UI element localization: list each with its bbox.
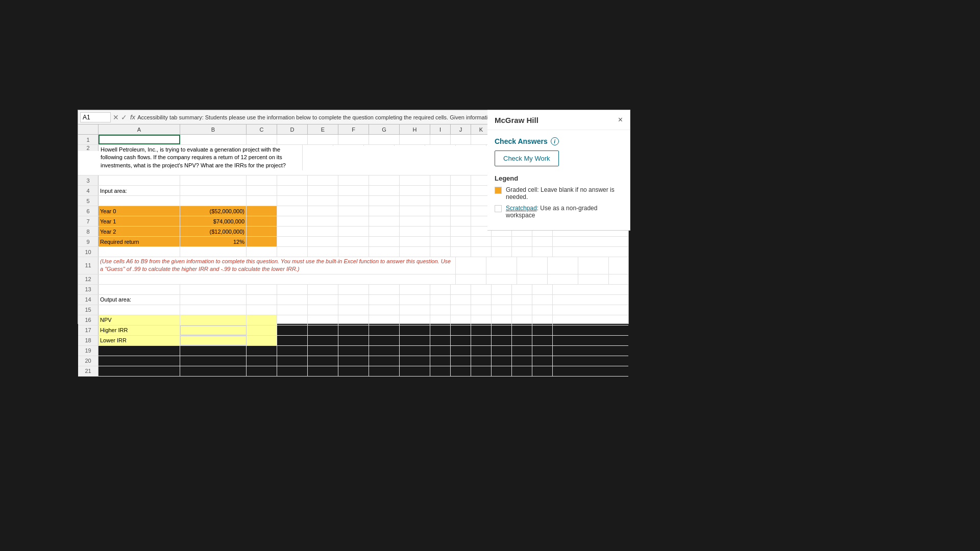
cell-i6[interactable] (430, 206, 451, 216)
cell-h20[interactable] (400, 356, 430, 366)
cell-d10[interactable] (277, 247, 308, 257)
cell-d1[interactable] (277, 135, 308, 144)
col-header-j[interactable]: J (451, 124, 471, 134)
cell-l10[interactable] (492, 247, 512, 257)
cell-h5[interactable] (400, 196, 430, 206)
cell-f12[interactable] (517, 274, 548, 284)
cell-f21[interactable] (338, 366, 369, 376)
cell-a17[interactable]: Higher IRR (99, 325, 180, 335)
cell-f17[interactable] (338, 325, 369, 335)
cell-i12[interactable] (609, 274, 628, 284)
cell-a11[interactable]: (Use cells A6 to B9 from the given infor… (99, 257, 456, 274)
cell-b3[interactable] (180, 176, 247, 185)
cell-c13[interactable] (247, 285, 277, 294)
cell-a21[interactable] (99, 366, 180, 376)
cell-e21[interactable] (308, 366, 338, 376)
cell-e8[interactable] (308, 227, 338, 236)
cell-d2[interactable] (333, 145, 364, 146)
cell-a15[interactable] (99, 305, 180, 315)
cell-c20[interactable] (247, 356, 277, 366)
cell-i19[interactable] (430, 346, 451, 356)
cell-m18[interactable] (512, 336, 532, 345)
cell-c17[interactable] (247, 325, 277, 335)
cell-b6[interactable]: ($52,000,000) (180, 206, 247, 216)
cell-f6[interactable] (338, 206, 369, 216)
cell-a10[interactable] (99, 247, 180, 257)
cell-b15[interactable] (180, 305, 247, 315)
cell-e6[interactable] (308, 206, 338, 216)
cell-c15[interactable] (247, 305, 277, 315)
cell-n14[interactable] (532, 295, 553, 305)
cell-d17[interactable] (277, 325, 308, 335)
cell-h16[interactable] (400, 315, 430, 325)
cell-g5[interactable] (369, 196, 400, 206)
panel-close-button[interactable]: × (618, 115, 623, 124)
cell-c6[interactable] (247, 206, 277, 216)
cell-d19[interactable] (277, 346, 308, 356)
cell-l19[interactable] (492, 346, 512, 356)
cell-f4[interactable] (338, 186, 369, 195)
cell-m16[interactable] (512, 315, 532, 325)
cell-b1[interactable] (180, 135, 247, 144)
cell-k9[interactable] (471, 237, 492, 246)
cell-l13[interactable] (492, 285, 512, 294)
cell-d4[interactable] (277, 186, 308, 195)
cell-b5[interactable] (180, 196, 247, 206)
cell-j15[interactable] (451, 305, 471, 315)
cell-f1[interactable] (338, 135, 369, 144)
cell-j20[interactable] (451, 356, 471, 366)
cell-d5[interactable] (277, 196, 308, 206)
cell-a5[interactable] (99, 196, 180, 206)
cell-m21[interactable] (512, 366, 532, 376)
cell-j14[interactable] (451, 295, 471, 305)
cell-b14[interactable] (180, 295, 247, 305)
cell-m14[interactable] (512, 295, 532, 305)
cell-f5[interactable] (338, 196, 369, 206)
cell-g19[interactable] (369, 346, 400, 356)
cell-m19[interactable] (512, 346, 532, 356)
cell-a20[interactable] (99, 356, 180, 366)
cell-g14[interactable] (369, 295, 400, 305)
cell-d11[interactable] (456, 257, 486, 274)
cell-d20[interactable] (277, 356, 308, 366)
cell-g7[interactable] (369, 216, 400, 226)
cell-f18[interactable] (338, 336, 369, 345)
cell-c8[interactable] (247, 227, 277, 236)
cell-d18[interactable] (277, 336, 308, 345)
cell-g4[interactable] (369, 186, 400, 195)
cell-g1[interactable] (369, 135, 400, 144)
cell-e12[interactable] (486, 274, 517, 284)
cell-e11[interactable] (486, 257, 517, 274)
cell-f16[interactable] (338, 315, 369, 325)
cell-m17[interactable] (512, 325, 532, 335)
cell-i4[interactable] (430, 186, 451, 195)
cell-c18[interactable] (247, 336, 277, 345)
confirm-formula-icon[interactable]: ✓ (121, 113, 127, 121)
cell-m15[interactable] (512, 305, 532, 315)
cell-j10[interactable] (451, 247, 471, 257)
scratchpad-link[interactable]: Scratchpad (506, 205, 537, 212)
cell-n19[interactable] (532, 346, 553, 356)
cell-g3[interactable] (369, 176, 400, 185)
cell-a6[interactable]: Year 0 (99, 206, 180, 216)
cell-h2[interactable] (456, 145, 486, 146)
cell-b18[interactable] (180, 336, 247, 345)
cell-f2[interactable] (395, 145, 425, 146)
cell-e7[interactable] (308, 216, 338, 226)
cell-i17[interactable] (430, 325, 451, 335)
cell-j17[interactable] (451, 325, 471, 335)
cell-h15[interactable] (400, 305, 430, 315)
cell-d7[interactable] (277, 216, 308, 226)
cell-h11[interactable] (578, 257, 609, 274)
cell-j16[interactable] (451, 315, 471, 325)
cell-n17[interactable] (532, 325, 553, 335)
cell-f8[interactable] (338, 227, 369, 236)
cell-g18[interactable] (369, 336, 400, 345)
cell-c4[interactable] (247, 186, 277, 195)
cell-i21[interactable] (430, 366, 451, 376)
cell-e13[interactable] (308, 285, 338, 294)
cell-a7[interactable]: Year 1 (99, 216, 180, 226)
cell-c19[interactable] (247, 346, 277, 356)
cell-f20[interactable] (338, 356, 369, 366)
cell-i14[interactable] (430, 295, 451, 305)
